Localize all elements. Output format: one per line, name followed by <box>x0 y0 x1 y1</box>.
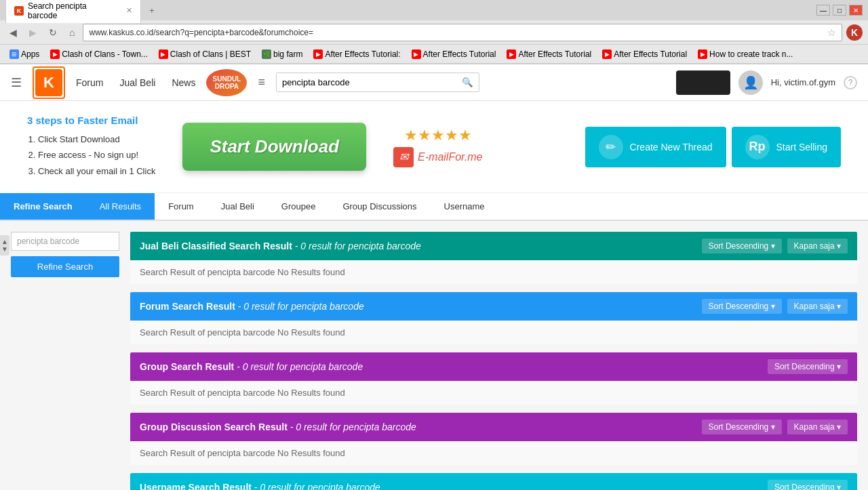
result-text-groupdiscussion: Search Result of pencipta barcode No Res… <box>140 448 345 458</box>
tab-forum[interactable]: Forum <box>155 193 208 220</box>
new-tab-button[interactable]: + <box>144 3 160 18</box>
bookmark-ae3[interactable]: ▶ After Effects Tutorial <box>502 48 595 60</box>
site-search-area: 🔍 <box>276 73 479 92</box>
tab-group-discussions[interactable]: Group Discussions <box>329 193 430 220</box>
bookmark-ae1[interactable]: ▶ After Effects Tutorial: <box>309 48 404 60</box>
action-buttons: ✏ Create New Thread Rp Start Selling <box>585 127 841 167</box>
reload-button[interactable]: ↻ <box>45 26 61 39</box>
bookmark-bigfarm[interactable]: 🌿 big farm <box>258 48 307 60</box>
email-brand: ✉ E-mailFor.me <box>393 147 482 167</box>
nav-forum[interactable]: Forum <box>76 75 103 91</box>
browser-menu-button[interactable]: K <box>846 24 863 41</box>
user-avatar[interactable]: 👤 <box>738 70 763 95</box>
home-button[interactable]: ⌂ <box>65 26 79 39</box>
sort-dropdown-group[interactable]: Sort Descending ▾ <box>768 359 848 374</box>
bookmark-apps-label: Apps <box>21 49 39 59</box>
user-image <box>676 70 730 95</box>
refine-search-tab[interactable]: Refine Search <box>0 193 86 220</box>
logo-letter: K <box>43 74 54 91</box>
email-brand-text: E-mailFor.me <box>418 151 482 163</box>
forward-button[interactable]: ▶ <box>25 26 41 39</box>
bookmark-coc2[interactable]: ▶ Clash of Clans | BEST <box>155 48 255 60</box>
tab-jual-beli[interactable]: Jual Beli <box>208 193 268 220</box>
result-title-forum: Forum Search Result - 0 result for penci… <box>140 301 696 312</box>
page-content: ☰ K Forum Jual Beli News SUNDULDROPA ≡ 🔍… <box>0 64 868 490</box>
youtube-icon-7: ▶ <box>698 49 707 59</box>
nav-news[interactable]: News <box>172 75 195 91</box>
start-selling-button[interactable]: Rp Start Selling <box>732 127 841 167</box>
hamburger-menu[interactable]: ☰ <box>11 75 22 90</box>
result-header-username: Username Search Result - 0 result for pe… <box>130 473 857 490</box>
tab-all-results[interactable]: All Results <box>86 193 155 220</box>
title-bar: K Search pencipta barcode ✕ + — □ ✕ <box>0 0 868 20</box>
result-body-group: Search Result of pencipta barcode No Res… <box>130 381 857 405</box>
result-section-jualbeli: Jual Beli Classified Search Result - 0 r… <box>130 232 857 284</box>
address-bar[interactable]: www.kaskus.co.id/search?q=pencipta+barco… <box>83 24 842 41</box>
back-button[interactable]: ◀ <box>5 26 21 39</box>
start-selling-label: Start Selling <box>776 142 827 152</box>
nav-jualbeli[interactable]: Jual Beli <box>119 75 155 91</box>
bookmark-coc1[interactable]: ▶ Clash of Clans - Town... <box>46 48 152 60</box>
header-right: 👤 Hi, victim.of.gym ? <box>676 70 857 95</box>
arrow-down[interactable]: ▼ <box>1 245 8 253</box>
bookmark-ae3-label: After Effects Tutorial <box>518 49 591 59</box>
youtube-icon-4: ▶ <box>412 49 421 59</box>
bookmark-bigfarm-label: big farm <box>273 49 302 59</box>
bookmark-apps[interactable]: ⊞ Apps <box>5 48 43 60</box>
star-rating: ★★★★★ <box>404 127 472 144</box>
bookmark-ae2[interactable]: ▶ After Effects Tutorial <box>408 48 500 60</box>
sort-dropdown-groupdiscussion[interactable]: Sort Descending ▾ <box>702 420 782 434</box>
result-title-group: Group Search Result - 0 result for penci… <box>140 361 762 372</box>
collapse-arrows[interactable]: ▲ ▼ <box>0 235 9 256</box>
tab-groupee[interactable]: Groupee <box>268 193 330 220</box>
site-logo[interactable]: K <box>33 66 65 99</box>
site-search-button[interactable]: 🔍 <box>456 73 479 91</box>
arrow-up[interactable]: ▲ <box>1 238 8 245</box>
sundul-logo: SUNDULDROPA <box>206 69 247 96</box>
email-widget: ★★★★★ ✉ E-mailFor.me <box>393 127 482 167</box>
tab-close-button[interactable]: ✕ <box>126 6 132 15</box>
youtube-icon-1: ▶ <box>50 49 60 59</box>
youtube-icon-3: ▶ <box>313 49 323 59</box>
help-button[interactable]: ? <box>844 76 857 89</box>
site-search-input[interactable] <box>277 73 456 91</box>
result-body-jualbeli: Search Result of pencipta barcode No Res… <box>130 260 857 284</box>
result-text-forum: Search Result of pencipta barcode No Res… <box>140 327 345 338</box>
bookmark-howto[interactable]: ▶ How to create track n... <box>694 48 797 60</box>
active-tab[interactable]: K Search pencipta barcode ✕ <box>5 0 141 23</box>
ad-title: 3 steps to Faster Email <box>27 115 155 126</box>
sort-dropdown-forum[interactable]: Sort Descending ▾ <box>702 299 782 314</box>
tab-favicon: K <box>14 6 24 16</box>
user-greeting: Hi, victim.of.gym <box>771 77 835 87</box>
sort-dropdown-jualbeli[interactable]: Sort Descending ▾ <box>702 239 782 253</box>
tab-username[interactable]: Username <box>431 193 498 220</box>
apps-bookmark-icon: ⊞ <box>9 49 19 59</box>
close-button[interactable]: ✕ <box>849 5 863 16</box>
result-header-group: Group Search Result - 0 result for penci… <box>130 352 857 381</box>
sidebar-search-input[interactable] <box>11 232 119 251</box>
result-section-forum: Forum Search Result - 0 result for penci… <box>130 292 857 344</box>
bookmark-coc2-label: Clash of Clans | BEST <box>170 49 251 59</box>
youtube-icon-5: ▶ <box>507 49 516 59</box>
sort-dropdown-username[interactable]: Sort Descending ▾ <box>768 480 848 490</box>
minimize-button[interactable]: — <box>816 5 830 16</box>
more-options-icon[interactable]: ≡ <box>258 75 265 89</box>
kapan-dropdown-forum[interactable]: Kapan saja ▾ <box>787 299 848 314</box>
youtube-icon-6: ▶ <box>602 49 612 59</box>
kapan-dropdown-jualbeli[interactable]: Kapan saja ▾ <box>787 239 848 253</box>
site-nav: Forum Jual Beli News <box>76 75 195 91</box>
create-thread-button[interactable]: ✏ Create New Thread <box>585 127 726 167</box>
bookmark-ae1-label: After Effects Tutorial: <box>325 49 400 59</box>
bookmark-ae4[interactable]: ▶ After Effects Tutorial <box>598 48 691 60</box>
start-download-button[interactable]: Start Download <box>182 123 366 171</box>
logo-box: K <box>35 69 62 96</box>
bookmark-star[interactable]: ☆ <box>827 27 836 38</box>
kapan-dropdown-groupdiscussion[interactable]: Kapan saja ▾ <box>787 420 848 434</box>
result-title-groupdiscussion: Group Discussion Search Result - 0 resul… <box>140 422 696 432</box>
ad-steps: 3 steps to Faster Email Click Start Down… <box>27 115 155 179</box>
bookmarks-bar: ⊞ Apps ▶ Clash of Clans - Town... ▶ Clas… <box>0 45 868 64</box>
maximize-button[interactable]: □ <box>833 5 846 16</box>
sidebar-refine-button[interactable]: Refine Search <box>11 256 119 277</box>
result-header-groupdiscussion: Group Discussion Search Result - 0 resul… <box>130 413 857 441</box>
ad-step-3: Check all your email in 1 Click <box>38 163 155 179</box>
